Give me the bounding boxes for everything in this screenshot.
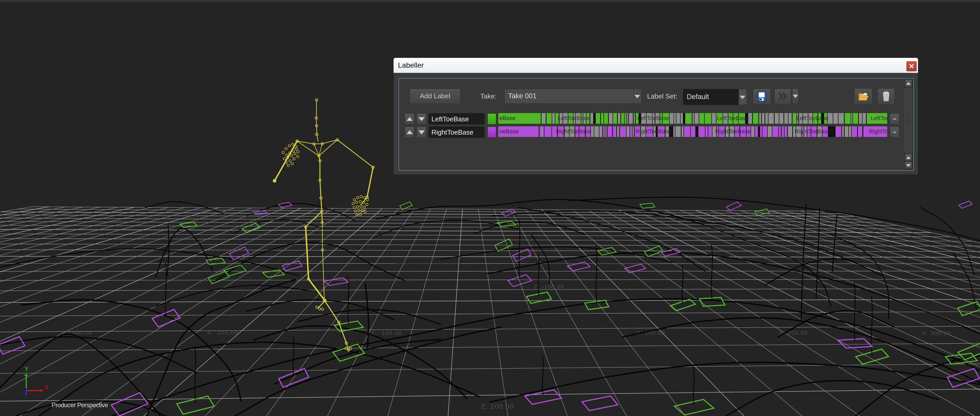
svg-text:LeftToeBase: LeftToeBase xyxy=(797,115,828,121)
svg-text:eBase: eBase xyxy=(500,115,515,121)
svg-text:LeftToeBase: LeftToeBase xyxy=(558,115,590,121)
svg-text:RightToeBase: RightToeBase xyxy=(556,128,592,135)
svg-text:RightToeBase: RightToeBase xyxy=(715,128,751,135)
svg-text:RightToeBase: RightToeBase xyxy=(795,128,830,135)
svg-text:oeBase: oeBase xyxy=(500,128,519,135)
svg-text:RightToeBase: RightToeBase xyxy=(869,128,905,135)
svg-text:LeftToeBase: LeftToeBase xyxy=(871,115,902,121)
svg-text:RightToeBase: RightToeBase xyxy=(636,128,671,135)
svg-text:LeftToeBase: LeftToeBase xyxy=(717,115,749,121)
svg-text:LeftToeBase: LeftToeBase xyxy=(638,115,669,121)
